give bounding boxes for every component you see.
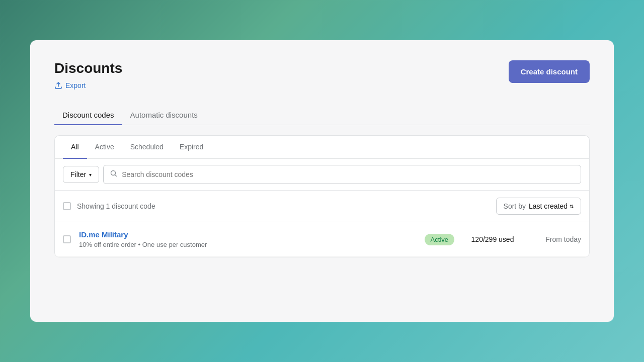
tab-automatic-discounts[interactable]: Automatic discounts (122, 106, 206, 125)
search-icon (110, 169, 118, 179)
export-icon (54, 81, 62, 89)
page-title: Discounts (54, 60, 122, 76)
inner-tab-expired[interactable]: Expired (172, 136, 211, 159)
row-checkbox[interactable] (63, 235, 71, 243)
inner-tabs: All Active Scheduled Expired (55, 136, 589, 159)
search-input[interactable] (122, 170, 575, 178)
export-button[interactable]: Export (54, 81, 122, 89)
discount-name[interactable]: ID.me Military (79, 230, 417, 239)
create-discount-button[interactable]: Create discount (509, 60, 590, 83)
sort-button[interactable]: Sort by Last created ⇅ (496, 198, 581, 215)
toolbar: Filter ▾ (55, 159, 589, 191)
main-tabs: Discount codes Automatic discounts (54, 106, 590, 125)
page-card: Discounts Export Create discount Discoun… (30, 40, 614, 322)
chevron-down-icon: ▾ (89, 172, 92, 177)
inner-tab-active[interactable]: Active (87, 136, 122, 159)
date-text: From today (531, 235, 581, 243)
tab-discount-codes[interactable]: Discount codes (54, 106, 122, 125)
discount-description: 10% off entire order • One use per custo… (79, 241, 417, 248)
export-label: Export (65, 81, 86, 89)
sort-chevron-icon: ⇅ (570, 204, 574, 209)
inner-tab-all[interactable]: All (63, 136, 87, 159)
discount-info: ID.me Military 10% off entire order • On… (79, 230, 417, 248)
main-tabs-container: Discount codes Automatic discounts (54, 106, 590, 125)
status-badge: Active (425, 234, 454, 245)
filter-label: Filter (70, 170, 86, 178)
sort-value: Last created (529, 202, 568, 210)
table-row: ID.me Military 10% off entire order • On… (55, 222, 589, 257)
list-header: Showing 1 discount code Sort by Last cre… (55, 191, 589, 222)
search-container (103, 165, 581, 184)
usage-text: 120/299 used (462, 235, 523, 243)
content-card: All Active Scheduled Expired Filter ▾ (54, 135, 590, 257)
inner-tab-scheduled[interactable]: Scheduled (122, 136, 172, 159)
list-header-left: Showing 1 discount code (63, 202, 155, 210)
filter-button[interactable]: Filter ▾ (63, 166, 99, 183)
sort-label: Sort by (504, 202, 526, 210)
showing-text: Showing 1 discount code (77, 202, 155, 210)
select-all-checkbox[interactable] (63, 202, 71, 210)
header-left: Discounts Export (54, 60, 122, 89)
page-header: Discounts Export Create discount (54, 60, 590, 89)
